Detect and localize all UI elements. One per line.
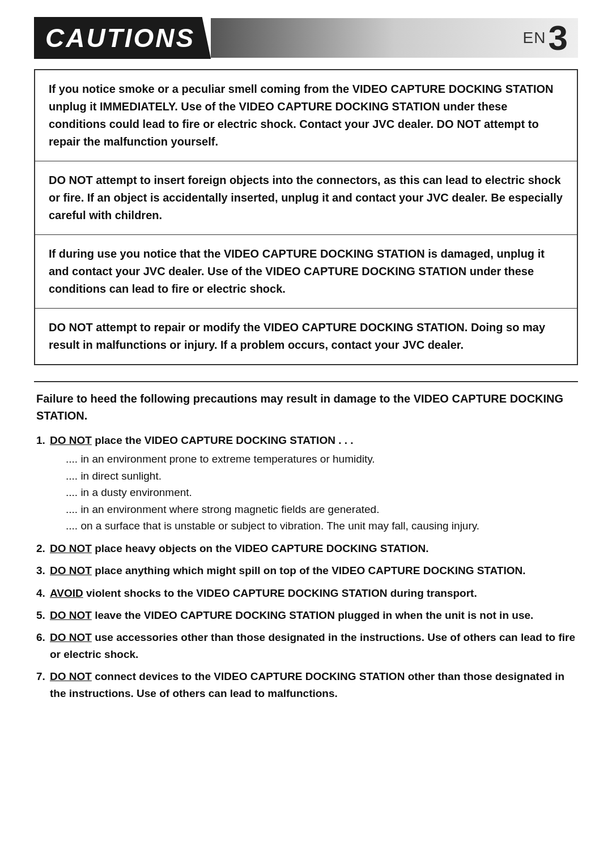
warning-text-4: DO NOT attempt to repair or modify the V…	[49, 319, 563, 354]
title-box: CAUTIONS	[34, 17, 211, 59]
list-body-5: DO NOT leave the VIDEO CAPTURE DOCKING S…	[50, 607, 576, 623]
sub-item-1-4: .... in an environment where strong magn…	[66, 501, 576, 518]
list-main-5: leave the VIDEO CAPTURE DOCKING STATION …	[92, 609, 533, 621]
list-main-7: connect devices to the VIDEO CAPTURE DOC…	[50, 670, 564, 699]
list-item-4: 4. AVOID violent shocks to the VIDEO CAP…	[36, 585, 576, 601]
page-title: CAUTIONS	[45, 23, 195, 53]
list-item-3: 3. DO NOT place anything which might spi…	[36, 562, 576, 579]
warning-box-1: If you notice smoke or a peculiar smell …	[35, 70, 577, 161]
list-underline-2: DO NOT	[50, 542, 92, 554]
list-underline-4: AVOID	[50, 587, 83, 599]
precautions-intro: Failure to heed the following precaution…	[36, 390, 576, 424]
list-body-3: DO NOT place anything which might spill …	[50, 562, 576, 579]
header-right: EN 3	[211, 18, 578, 58]
list-num-3: 3.	[36, 562, 50, 579]
sub-item-1-3: .... in a dusty environment.	[66, 484, 576, 501]
warning-box-2: DO NOT attempt to insert foreign objects…	[35, 161, 577, 235]
page: CAUTIONS EN 3 If you notice smoke or a p…	[0, 0, 612, 868]
warning-section: If you notice smoke or a peculiar smell …	[34, 69, 578, 365]
list-item-1: 1. DO NOT place the VIDEO CAPTURE DOCKIN…	[36, 432, 576, 535]
list-body-1: DO NOT place the VIDEO CAPTURE DOCKING S…	[50, 432, 576, 535]
page-header: CAUTIONS EN 3	[34, 17, 578, 59]
warning-box-3: If during use you notice that the VIDEO …	[35, 235, 577, 309]
list-item-6: 6. DO NOT use accessories other than tho…	[36, 629, 576, 662]
list-main-3: place anything which might spill on top …	[92, 565, 526, 576]
en-label: EN	[523, 29, 546, 47]
list-num-5: 5.	[36, 607, 50, 623]
list-body-6: DO NOT use accessories other than those …	[50, 629, 576, 662]
list-underline-6: DO NOT	[50, 631, 92, 643]
separator-line	[34, 381, 578, 382]
list-main-1: place the VIDEO CAPTURE DOCKING STATION …	[92, 434, 354, 446]
list-underline-5: DO NOT	[50, 609, 92, 621]
list-body-7: DO NOT connect devices to the VIDEO CAPT…	[50, 668, 576, 702]
separator-area	[34, 381, 578, 382]
list-underline-3: DO NOT	[50, 565, 92, 576]
list-num-6: 6.	[36, 629, 50, 645]
list-body-2: DO NOT place heavy objects on the VIDEO …	[50, 540, 576, 557]
page-number: 3	[549, 20, 568, 55]
list-item-7: 7. DO NOT connect devices to the VIDEO C…	[36, 668, 576, 702]
list-num-2: 2.	[36, 540, 50, 557]
list-underline-1: DO NOT	[50, 434, 92, 446]
sub-list-1: .... in an environment prone to extreme …	[50, 451, 576, 534]
precautions-list: 1. DO NOT place the VIDEO CAPTURE DOCKIN…	[36, 432, 576, 702]
warning-text-2: DO NOT attempt to insert foreign objects…	[49, 172, 563, 224]
sub-item-1-2: .... in direct sunlight.	[66, 468, 576, 484]
list-item-5: 5. DO NOT leave the VIDEO CAPTURE DOCKIN…	[36, 607, 576, 623]
precautions-section: Failure to heed the following precaution…	[34, 390, 578, 702]
sub-item-1-1: .... in an environment prone to extreme …	[66, 451, 576, 467]
warning-box-4: DO NOT attempt to repair or modify the V…	[35, 309, 577, 364]
sub-item-1-5: .... on a surface that is unstable or su…	[66, 518, 576, 534]
warning-text-1: If you notice smoke or a peculiar smell …	[49, 80, 563, 151]
list-num-1: 1.	[36, 432, 50, 448]
list-main-6: use accessories other than those designa…	[50, 631, 575, 660]
list-main-2: place heavy objects on the VIDEO CAPTURE…	[92, 542, 429, 554]
list-num-7: 7.	[36, 668, 50, 685]
list-item-2: 2. DO NOT place heavy objects on the VID…	[36, 540, 576, 557]
list-underline-7: DO NOT	[50, 670, 92, 682]
list-main-4: violent shocks to the VIDEO CAPTURE DOCK…	[83, 587, 477, 599]
list-body-4: AVOID violent shocks to the VIDEO CAPTUR…	[50, 585, 576, 601]
list-num-4: 4.	[36, 585, 50, 601]
warning-text-3: If during use you notice that the VIDEO …	[49, 245, 563, 298]
